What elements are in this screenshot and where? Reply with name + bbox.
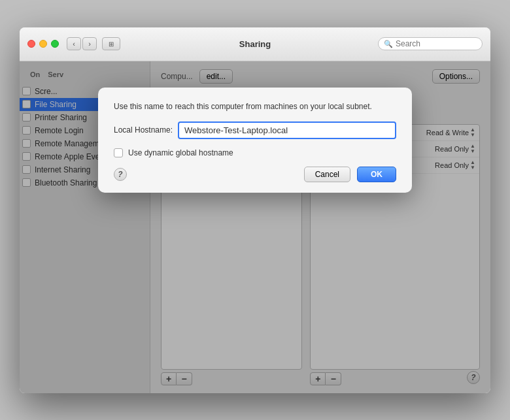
ok-button[interactable]: OK	[357, 167, 396, 182]
modal-description: Use this name to reach this computer fro…	[114, 101, 396, 112]
traffic-lights	[27, 40, 59, 48]
modal-help-button[interactable]: ?	[114, 168, 127, 181]
minimize-button[interactable]	[39, 40, 47, 48]
hostname-input[interactable]	[178, 121, 396, 139]
cancel-button[interactable]: Cancel	[304, 167, 350, 182]
main-window: ‹ › ⊞ Sharing 🔍 On Serv Scre... File Sha…	[20, 27, 490, 393]
modal-buttons: ? Cancel OK	[114, 167, 396, 182]
titlebar: ‹ › ⊞ Sharing 🔍	[20, 27, 490, 61]
search-box[interactable]: 🔍	[378, 37, 483, 50]
dynamic-hostname-checkbox[interactable]	[114, 148, 123, 157]
nav-arrows: ‹ ›	[67, 37, 97, 50]
search-input[interactable]	[396, 39, 477, 48]
hostname-label: Local Hostname:	[114, 125, 173, 135]
forward-button[interactable]: ›	[82, 37, 97, 50]
search-icon: 🔍	[384, 40, 393, 48]
modal-overlay: Use this name to reach this computer fro…	[20, 61, 490, 393]
hostname-modal: Use this name to reach this computer fro…	[98, 88, 412, 193]
main-content: On Serv Scre... File Sharing Printer Sha…	[20, 61, 490, 393]
dynamic-hostname-row: Use dynamic global hostname	[114, 148, 396, 157]
back-button[interactable]: ‹	[67, 37, 81, 50]
hostname-row: Local Hostname:	[114, 121, 396, 139]
close-button[interactable]	[27, 40, 35, 48]
window-title: Sharing	[239, 39, 271, 49]
grid-button[interactable]: ⊞	[102, 37, 120, 50]
maximize-button[interactable]	[51, 40, 59, 48]
dynamic-hostname-label: Use dynamic global hostname	[128, 148, 233, 157]
